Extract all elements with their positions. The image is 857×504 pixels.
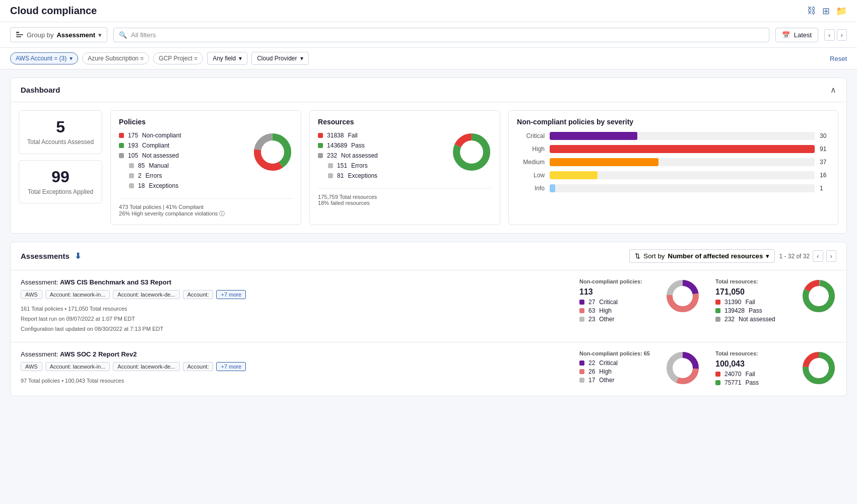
tag-more-2[interactable]: +7 more [216,362,246,371]
res-exceptions-dot [328,173,333,178]
high-track [550,145,815,153]
pagination-text: 1 - 32 of 32 [779,253,810,260]
ncp-block-1: Non-compliant policies: 113 27 Critical … [579,278,650,324]
stat-cards: 5 Total Accounts Assessed 99 Total Excep… [19,110,102,225]
high-label: High [517,146,545,153]
policies-title: Policies [119,118,293,126]
aws-filter-label: AWS Account = (3) [16,55,67,62]
meta-line1: 161 Total policies • 171,050 Total resou… [21,304,569,314]
exceptions-label: Exceptions [149,182,178,189]
low-label: Low [517,172,545,179]
tr-title-2: Total resources: [715,350,786,356]
assessment-item: Assessment: AWS CIS Benchmark and S3 Rep… [11,270,846,342]
tr-legend-2: 24070 Fail 75771 Pass [715,371,786,386]
tag-account1-2[interactable]: Account: lacework-in... [45,362,110,371]
search-icon: 🔍 [119,31,127,39]
assessment-right-2: Non-compliant policies: 65 22 Critical 2… [579,350,836,388]
not-assessed-item: 105 Not assessed [119,152,244,159]
high-dot-2 [579,369,584,374]
res-errors-label: Errors [351,162,368,169]
tag-account2-2[interactable]: Account: lacework-de... [113,362,179,371]
svg-rect-1 [16,34,23,35]
any-field-label: Any field [213,55,236,62]
high-bar-row: High 91 [517,145,830,153]
fail-row-2: 24070 Fail [715,371,786,378]
cloud-provider-dropdown[interactable]: Cloud Provider ▾ [251,52,308,65]
any-field-dropdown[interactable]: Any field ▾ [207,52,247,65]
gcp-filter-chip[interactable]: GCP Project = [153,52,203,64]
errors-count: 2 [138,172,142,179]
meta-line2: Report last run on 09/07/2022 at 1:07 PM… [21,314,569,324]
ncp-title: Non-compliant policies: [579,278,650,284]
tr-donut-1 [801,278,836,314]
critical-row-2: 22 Critical [579,359,650,367]
tag-aws-2[interactable]: AWS [21,362,42,371]
critical-bar-row: Critical 30 [517,132,830,140]
policies-footer: 473 Total policies | 41% Compliant 26% H… [119,198,293,218]
manual-dot [129,163,134,168]
policies-footer-line2: 26% High severity compliance violations … [119,210,293,218]
latest-button[interactable]: 📅 Latest [775,28,818,42]
collapse-icon[interactable]: ∧ [830,85,836,95]
fail-dot [318,133,323,138]
ncp-title-2: Non-compliant policies: 65 [579,350,650,356]
assessments-label: Assessments [21,252,70,260]
azure-filter-chip[interactable]: Azure Subscription = [82,52,149,64]
sort-label: Sort by [643,252,665,260]
non-compliant-dot [119,133,124,138]
assessment-tags-2: AWS Account: lacework-in... Account: lac… [21,362,569,371]
severity-bars: Critical 30 High 91 Medium [517,132,830,192]
prev-arrow[interactable]: ‹ [824,29,834,41]
download-icon[interactable]: ⬇ [75,251,81,261]
tag-aws[interactable]: AWS [21,290,42,299]
search-bar[interactable]: 🔍 All filters [113,28,769,42]
tr-main: 171,050 [715,287,786,297]
compliant-dot [119,143,124,148]
tag-more[interactable]: +7 more [216,290,246,299]
tag-account1[interactable]: Account: lacework-in... [45,290,110,299]
prev-page[interactable]: ‹ [813,250,823,262]
critical-track [550,132,815,140]
sort-button[interactable]: ⇅ Sort by Number of affected resources ▾ [629,249,775,263]
pass-dot-2 [715,380,720,385]
assessment-name-2: Assessment: AWS SOC 2 Report Rev2 [21,350,569,358]
tr-block-1: Total resources: 171,050 31390 Fail 1394… [715,278,786,324]
high-dot [579,308,584,313]
assessments-title: Assessments ⬇ [21,251,81,261]
low-fill [550,171,598,179]
reset-button[interactable]: Reset [830,55,847,62]
svg-rect-0 [16,32,19,33]
folder-icon[interactable]: 📁 [836,6,847,17]
res-exceptions-count: 81 [337,172,344,179]
sort-area: ⇅ Sort by Number of affected resources ▾… [629,249,836,263]
info-track [550,184,815,192]
group-by-button[interactable]: Group by Assessment ▾ [10,27,107,42]
tag-account2[interactable]: Account: lacework-de... [113,290,179,299]
severity-title: Non-compliant policies by severity [517,118,830,126]
resources-footer: 175,759 Total resources 18% failed resou… [318,188,492,206]
total-exceptions-label: Total Exceptions Applied [27,188,94,196]
save-icon[interactable]: ⊞ [822,6,830,17]
assessment-name-1: Assessment: AWS CIS Benchmark and S3 Rep… [21,278,569,286]
ncp-legend: 27 Critical 63 High 23 Other [579,299,650,323]
fail-dot-2 [715,372,720,377]
group-by-label: Group by [27,31,53,39]
gcp-filter-label: GCP Project = [159,55,197,62]
tag-account3[interactable]: Account: [183,290,214,299]
exceptions-item: 18 Exceptions [129,182,244,189]
medium-label: Medium [517,159,545,166]
tag-account3-2[interactable]: Account: [183,362,214,371]
sort-icon: ⇅ [635,252,640,260]
fail-dot [715,300,720,305]
policies-legend: 175 Non-compliant 193 Compliant 105 Not … [119,132,244,192]
dashboard-title: Dashboard [21,86,60,94]
aws-filter-chip[interactable]: AWS Account = (3) ▾ [10,52,78,64]
next-arrow[interactable]: › [837,29,847,41]
link-icon[interactable]: ⛓ [807,6,816,16]
next-page[interactable]: › [826,250,836,262]
assessment-meta-2: 97 Total policies • 100,043 Total resour… [21,376,569,386]
chevron-down-icon: ▾ [98,31,102,39]
assessment-right-1: Non-compliant policies: 113 27 Critical … [579,278,836,324]
high-count: 91 [820,146,830,153]
policies-content: 175 Non-compliant 193 Compliant 105 Not … [119,132,293,192]
